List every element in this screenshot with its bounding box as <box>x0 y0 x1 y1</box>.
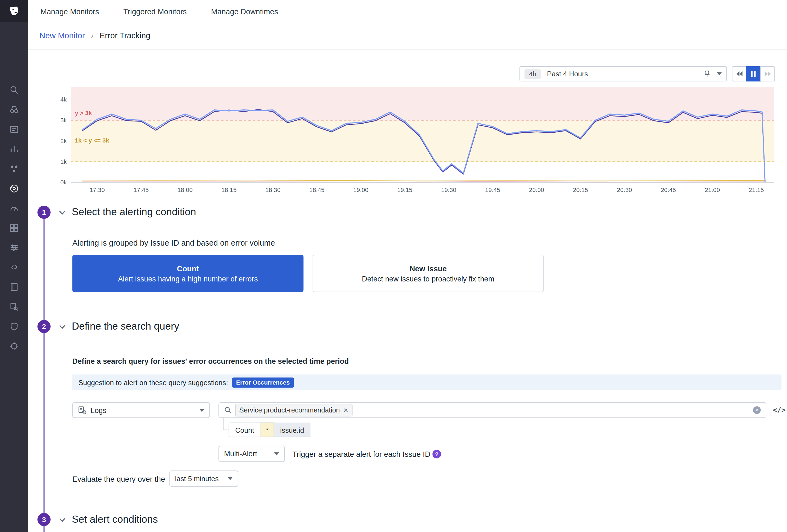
evaluation-window-select[interactable]: last 5 minutes <box>169 470 238 487</box>
aggregation-count-pill[interactable]: Count <box>229 423 261 437</box>
step-1-title: Select the alerting condition <box>72 206 196 218</box>
query-connector-line <box>223 418 229 430</box>
top-nav: Manage Monitors Triggered Monitors Manag… <box>28 0 787 23</box>
chevron-down-icon[interactable] <box>717 72 722 75</box>
breadcrumb-new-monitor-link[interactable]: New Monitor <box>39 31 85 40</box>
nav-triggered-monitors[interactable]: Triggered Monitors <box>124 7 187 15</box>
search-query-label: Define a search query for issues' error … <box>72 357 349 365</box>
svg-text:19:30: 19:30 <box>441 186 456 193</box>
aggregation-star-pill[interactable]: * <box>261 423 274 437</box>
source-select-value: Logs <box>91 406 106 414</box>
host-map-icon[interactable] <box>9 164 19 174</box>
evaluation-window-value: last 5 minutes <box>175 474 219 483</box>
svg-text:18:30: 18:30 <box>265 186 280 193</box>
svg-text:19:00: 19:00 <box>353 186 368 193</box>
multi-alert-value: Multi-Alert <box>224 450 257 458</box>
log-search-icon[interactable] <box>9 302 19 312</box>
forward-button[interactable] <box>760 66 775 81</box>
svg-text:21:15: 21:15 <box>749 186 764 193</box>
watchdog-icon[interactable] <box>9 183 19 194</box>
source-select[interactable]: Logs <box>72 402 210 418</box>
clear-query-icon[interactable]: ✕ <box>753 406 761 414</box>
alerting-grouping-note: Alerting is grouped by Issue ID and base… <box>72 239 275 247</box>
step-3-collapse-icon[interactable] <box>58 517 66 523</box>
pause-button[interactable] <box>746 66 761 81</box>
chevron-down-icon <box>274 452 279 456</box>
svg-text:3k: 3k <box>60 117 67 124</box>
step-3-badge: 3 <box>38 513 51 526</box>
svg-text:17:45: 17:45 <box>133 186 149 193</box>
nav-manage-monitors[interactable]: Manage Monitors <box>41 7 99 15</box>
suggestion-text: Suggestion to alert on these query sugge… <box>78 378 228 386</box>
nav-manage-downtimes[interactable]: Manage Downtimes <box>211 7 278 15</box>
time-range-badge: 4h <box>525 69 541 79</box>
svg-text:20:30: 20:30 <box>617 186 632 193</box>
step-2-badge: 2 <box>38 320 51 333</box>
count-option-title: Count <box>177 264 199 272</box>
svg-text:20:15: 20:15 <box>573 186 588 193</box>
multi-alert-description: Trigger a separate alert for each Issue … <box>292 446 430 462</box>
error-occurrences-suggestion-button[interactable]: Error Occurrences <box>232 377 294 387</box>
pin-icon[interactable] <box>703 70 710 78</box>
step-1-collapse-icon[interactable] <box>58 210 66 216</box>
integrations-icon[interactable] <box>9 223 19 233</box>
svg-text:20:45: 20:45 <box>661 186 676 193</box>
time-range-label: Past 4 Hours <box>547 70 703 78</box>
new-issue-option-desc: Detect new issues to proactively fix the… <box>362 274 494 283</box>
svg-text:18:45: 18:45 <box>309 186 324 193</box>
chevron-down-icon <box>228 477 232 480</box>
count-option-card[interactable]: Count Alert issues having a high number … <box>72 254 303 292</box>
chevron-down-icon <box>199 408 204 412</box>
count-option-desc: Alert issues having a high number of err… <box>118 274 258 283</box>
multi-alert-select[interactable]: Multi-Alert <box>218 446 285 462</box>
time-range-picker[interactable]: 4h Past 4 Hours <box>519 66 727 81</box>
svg-text:4k: 4k <box>60 96 67 103</box>
synthetics-icon[interactable] <box>9 341 19 351</box>
svg-text:2k: 2k <box>60 138 67 145</box>
breadcrumb-separator-icon: › <box>91 31 93 40</box>
new-issue-option-title: New Issue <box>409 264 447 272</box>
breadcrumb: New Monitor › Error Tracking <box>28 22 787 49</box>
group-by-issue-id-pill[interactable]: issue.id <box>274 423 311 437</box>
logs-source-icon <box>78 406 86 414</box>
notebooks-icon[interactable] <box>9 282 19 292</box>
security-icon[interactable] <box>9 322 19 332</box>
svg-text:20:00: 20:00 <box>529 186 544 193</box>
app-root: Manage Monitors Triggered Monitors Manag… <box>0 0 787 532</box>
alert-threshold-label: y > 3k <box>73 109 94 117</box>
events-icon[interactable] <box>9 125 19 135</box>
evaluate-query-label: Evaluate the query over the <box>72 470 165 487</box>
help-icon[interactable]: ? <box>432 450 441 458</box>
suggestion-banner: Suggestion to alert on these query sugge… <box>72 374 781 390</box>
dashboards-icon[interactable] <box>9 203 19 213</box>
svg-text:18:15: 18:15 <box>221 186 236 193</box>
step-1-badge: 1 <box>38 206 51 219</box>
metrics-icon[interactable] <box>9 144 19 154</box>
playback-controls <box>732 66 775 81</box>
step-3-title: Set alert conditions <box>72 513 158 525</box>
search-query-input[interactable]: Service:product-recommendation ✕ ✕ <box>218 402 766 418</box>
step-connector-line <box>44 219 45 532</box>
infrastructure-icon[interactable] <box>9 105 19 115</box>
step-2-collapse-icon[interactable] <box>58 324 66 330</box>
pause-icon <box>751 71 756 76</box>
pipelines-icon[interactable] <box>9 243 19 253</box>
step-2-title: Define the search query <box>72 320 179 332</box>
svg-text:17:30: 17:30 <box>89 186 105 193</box>
warning-threshold-label: 1k < y <= 3k <box>73 136 111 145</box>
new-issue-option-card[interactable]: New Issue Detect new issues to proactive… <box>313 254 544 292</box>
page-title: Error Tracking <box>100 31 151 40</box>
query-token[interactable]: Service:product-recommendation ✕ <box>235 404 352 416</box>
remove-token-icon[interactable]: ✕ <box>343 406 348 414</box>
search-icon <box>224 406 232 414</box>
search-icon[interactable] <box>9 85 19 95</box>
rewind-button[interactable] <box>732 66 747 81</box>
datadog-logo[interactable] <box>0 0 28 22</box>
error-volume-chart: 4k3k2k1k0k17:3017:4518:0018:1518:3018:45… <box>51 87 787 196</box>
code-view-icon[interactable]: </> <box>773 406 786 414</box>
aggregation-pills: Count * issue.id <box>229 423 311 437</box>
svg-text:18:00: 18:00 <box>177 186 192 193</box>
svg-text:19:15: 19:15 <box>397 186 412 193</box>
service-map-icon[interactable] <box>9 262 19 272</box>
svg-text:19:45: 19:45 <box>485 186 500 193</box>
